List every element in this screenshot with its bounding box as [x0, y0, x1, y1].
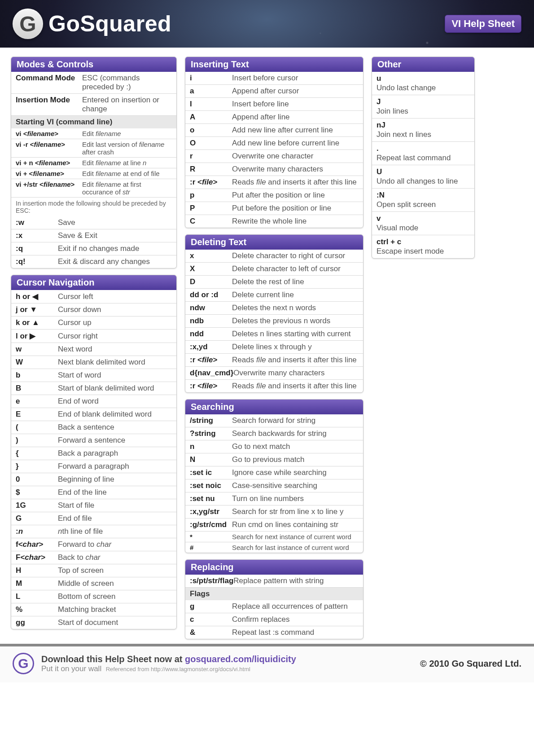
cmd-row: nGo to next match — [185, 440, 363, 453]
cmd-key: p — [190, 191, 232, 200]
cmd-desc: Append after line — [232, 113, 290, 122]
footer: G Download this Help Sheet now at gosqua… — [0, 644, 534, 682]
cmd-desc: Exit & discard any changes — [58, 257, 150, 266]
cmd-row: BStart of blank delimited word — [11, 382, 176, 395]
cmd-row: oAdd new line after current line — [185, 123, 363, 136]
cmd-desc: Beginning of line — [58, 475, 114, 484]
cmd-row: MMiddle of screen — [11, 577, 176, 590]
cmd-row: .Repeat last command — [372, 141, 474, 165]
cmd-row: :qExit if no changes made — [11, 242, 176, 255]
cmd-desc: Forward a sentence — [58, 436, 125, 445]
cmd-key: & — [190, 628, 232, 637]
cmd-desc: Start of document — [58, 618, 118, 627]
cmd-row: iInsert before cursor — [185, 72, 363, 84]
cmd-key: 0 — [16, 475, 58, 484]
cmd-key: j or ▼ — [16, 305, 58, 314]
cmd-desc: Overwrite many characters — [233, 369, 324, 378]
panel-cursor: Cursor Navigation h or ◀Cursor leftj or … — [11, 275, 177, 629]
cmd-key: J — [376, 97, 381, 106]
cmd-desc: Search forward for string — [232, 416, 315, 425]
cmd-key: M — [16, 579, 58, 588]
cmd-key: :q! — [16, 257, 58, 266]
cmd-row: {Back a paragraph — [11, 447, 176, 460]
cmd-desc: Search for str from line x to line y — [232, 507, 343, 516]
panel-title: Deleting Text — [185, 235, 363, 250]
cmd-desc: Back a sentence — [58, 423, 114, 432]
cmd-desc: Repeat last :s command — [232, 628, 314, 637]
footer-text: Download this Help Sheet now at gosquare… — [41, 654, 296, 673]
cmd-row: #Search for last instance of current wor… — [185, 542, 363, 553]
cmd-key: u — [376, 74, 381, 83]
cmd-desc: Ignore case while searching — [232, 468, 327, 477]
cmd-key: :set noic — [190, 481, 232, 490]
cmd-key: G — [16, 514, 58, 523]
cmd-key: :w — [16, 218, 58, 227]
start-desc: Edit filename at line n — [82, 159, 146, 167]
cmd-row: j or ▼Cursor down — [11, 303, 176, 316]
cmd-desc: Start of word — [58, 371, 101, 380]
cmd-desc: Cursor left — [58, 292, 93, 301]
cmd-key: H — [16, 566, 58, 575]
cmd-row: )Forward a sentence — [11, 434, 176, 447]
cmd-desc: Visual mode — [376, 224, 418, 233]
cmd-row: f<char>Forward to char — [11, 538, 176, 551]
cmd-key: :x,yd — [190, 343, 232, 352]
cmd-row: CRewrite the whole line — [185, 215, 363, 228]
cmd-row: IInsert before line — [185, 97, 363, 110]
cmd-key: d{nav_cmd} — [190, 369, 233, 378]
cmd-key: :N — [376, 191, 385, 200]
cmd-row: WNext blank delimited word — [11, 356, 176, 369]
cmd-key: k or ▲ — [16, 318, 58, 327]
cmd-desc: Undo last change — [376, 84, 436, 92]
cmd-desc: Cursor down — [58, 305, 101, 314]
cmd-key: v — [376, 214, 381, 223]
cmd-row: ?stringSearch backwards for string — [185, 427, 363, 440]
footer-link: gosquared.com/liquidicity — [185, 654, 296, 664]
cmd-key: L — [16, 592, 58, 601]
cmd-row: cConfirm replaces — [185, 613, 363, 626]
cmd-key: :n — [16, 527, 58, 536]
cmd-key: B — [16, 384, 58, 393]
cmd-row: (Back a sentence — [11, 421, 176, 434]
cmd-row: F<char>Back to char — [11, 551, 176, 564]
cmd-key: gg — [16, 618, 58, 627]
cmd-key: :s/pt/str/flag — [190, 576, 233, 585]
cmd-key: D — [190, 277, 232, 286]
panel-other: Other uUndo last changeJJoin linesnJJoin… — [372, 57, 475, 259]
cmd-desc: Reads file and inserts it after this lin… — [232, 382, 357, 391]
cmd-desc: Cursor right — [58, 332, 98, 341]
cmd-key: U — [376, 167, 382, 176]
cmd-desc: Put after the position or line — [232, 191, 325, 200]
cmd-row: %Matching bracket — [11, 603, 176, 616]
cmd-desc: Search for next instance of current word — [232, 533, 351, 541]
subhead-starting: Starting VI (command line) — [11, 115, 176, 128]
mode-desc: ESC (commands preceded by :) — [82, 74, 172, 92]
panel-searching: Searching /stringSearch forward for stri… — [185, 399, 363, 553]
cmd-key: 1G — [16, 501, 58, 510]
cmd-row: aAppend after cursor — [185, 84, 363, 97]
start-desc: Edit last version of filename after cras… — [82, 141, 172, 156]
cmd-desc: Matching bracket — [58, 605, 116, 614]
start-row: vi <filename>Edit filename — [11, 128, 176, 139]
cmd-key: :q — [16, 244, 58, 253]
cmd-desc: Save & Exit — [58, 231, 97, 240]
cmd-row: :set noicCase-sensitive searching — [185, 479, 363, 492]
content: Modes & Controls Command ModeESC (comman… — [0, 48, 534, 644]
cmd-desc: Middle of screen — [58, 579, 114, 588]
cmd-row: :r <file>Reads file and inserts it after… — [185, 176, 363, 189]
panel-inserting: Inserting Text iInsert before cursoraApp… — [185, 57, 363, 228]
cmd-key: # — [190, 544, 232, 551]
cmd-desc: Start of blank delimited word — [58, 384, 154, 393]
cmd-row: bStart of word — [11, 369, 176, 382]
cmd-desc: Bottom of screen — [58, 592, 116, 601]
cmd-row: AAppend after line — [185, 110, 363, 123]
cmd-key: e — [16, 397, 58, 406]
cmd-row: :s/pt/str/flagReplace pattern with strin… — [185, 575, 363, 587]
cmd-desc: End of file — [58, 514, 92, 523]
cmd-key: I — [190, 100, 232, 109]
cmd-row: :x,yg/strSearch for str from line x to l… — [185, 505, 363, 518]
cmd-key: $ — [16, 488, 58, 497]
cmd-key: /string — [190, 416, 232, 425]
cmd-desc: Next word — [58, 345, 92, 354]
cmd-row: d{nav_cmd}Overwrite many characters — [185, 366, 363, 379]
